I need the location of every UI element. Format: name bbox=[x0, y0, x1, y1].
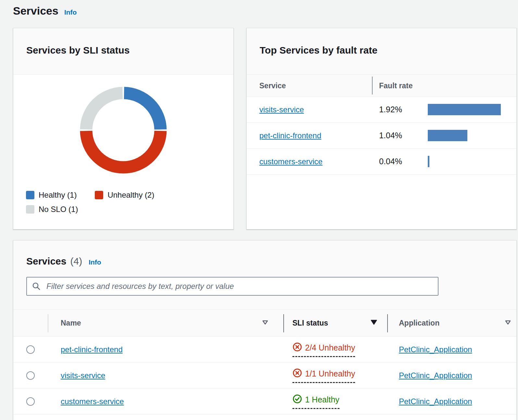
fault-rate-bar bbox=[428, 104, 501, 115]
sort-desc-outline-icon[interactable] bbox=[505, 320, 511, 327]
sli-status-badge[interactable]: 1 Healthy bbox=[292, 394, 339, 409]
fault-card-header: Top Services by fault rate bbox=[247, 28, 516, 75]
fault-service-link[interactable]: visits-service bbox=[259, 105, 304, 114]
sli-status-text: 1/1 Unhealthy bbox=[305, 369, 355, 378]
error-circle-icon bbox=[292, 368, 302, 380]
filter-box bbox=[26, 277, 438, 296]
page-title: Services bbox=[13, 5, 58, 17]
service-name-link[interactable]: pet-clinic-frontend bbox=[61, 345, 123, 354]
service-name-link[interactable]: customers-service bbox=[61, 397, 124, 406]
donut-segment-unhealthy bbox=[86, 131, 161, 167]
service-table-row: pet-clinic-frontend 2/4 Unhealthy PetCli… bbox=[13, 337, 516, 363]
fault-rate-card: Top Services by fault rate Service Fault… bbox=[246, 28, 517, 229]
service-name-link[interactable]: visits-service bbox=[61, 371, 105, 380]
service-table-row: customers-service 1 Healthy PetClinic_Ap… bbox=[13, 389, 516, 414]
fault-col-service: Service bbox=[259, 81, 286, 90]
services-table-card: Services (4) Info Name bbox=[13, 240, 517, 420]
fault-rate-bar bbox=[428, 156, 429, 167]
services-table-body: pet-clinic-frontend 2/4 Unhealthy PetCli… bbox=[13, 337, 516, 414]
legend-swatch bbox=[26, 205, 34, 214]
sli-donut-chart bbox=[78, 85, 169, 176]
row-select-radio[interactable] bbox=[26, 371, 35, 380]
legend-item[interactable]: Healthy (1) bbox=[26, 191, 77, 200]
application-link[interactable]: PetClinic_Application bbox=[399, 371, 472, 380]
page-header: Services Info bbox=[0, 0, 518, 17]
legend-label: Unhealthy (2) bbox=[107, 191, 154, 200]
fault-table-body: visits-service 1.92% pet-clinic-frontend… bbox=[247, 97, 516, 175]
column-header-name[interactable]: Name bbox=[48, 310, 283, 336]
sli-status-card: Services by SLI status Healthy (1) Unhea… bbox=[13, 28, 234, 229]
fault-rate-value: 1.92% bbox=[379, 105, 428, 114]
fault-rate-value: 1.04% bbox=[379, 131, 428, 140]
check-circle-icon bbox=[292, 394, 302, 406]
fault-service-link[interactable]: pet-clinic-frontend bbox=[259, 131, 321, 140]
column-header-application[interactable]: Application bbox=[387, 310, 516, 336]
donut-chart-svg bbox=[78, 85, 169, 176]
page-info-link[interactable]: Info bbox=[64, 8, 77, 16]
legend-item[interactable]: No SLO (1) bbox=[26, 205, 78, 214]
row-select-radio[interactable] bbox=[26, 397, 35, 406]
services-table: Name SLI status Application bbox=[13, 309, 516, 414]
services-card-title: Services bbox=[26, 255, 66, 267]
fault-rate-value: 0.04% bbox=[379, 157, 428, 166]
services-card-title-row: Services (4) Info bbox=[26, 255, 503, 267]
sli-status-text: 1 Healthy bbox=[305, 395, 339, 404]
sli-status-text: 2/4 Unhealthy bbox=[305, 343, 355, 352]
fault-table-row: visits-service 1.92% bbox=[247, 97, 516, 123]
legend-swatch bbox=[95, 191, 103, 199]
sli-card-header: Services by SLI status bbox=[13, 28, 233, 75]
filter-services-input[interactable] bbox=[26, 277, 438, 296]
fault-rate-bar bbox=[428, 130, 467, 141]
fault-table-header: Service Fault rate bbox=[247, 75, 516, 97]
sort-desc-outline-icon[interactable] bbox=[262, 320, 268, 327]
fault-table-row: pet-clinic-frontend 1.04% bbox=[247, 123, 516, 149]
fault-service-link[interactable]: customers-service bbox=[259, 157, 323, 166]
fault-table-row: customers-service 0.04% bbox=[247, 149, 516, 175]
service-table-row: visits-service 1/1 Unhealthy PetClinic_A… bbox=[13, 363, 516, 389]
sli-legend: Healthy (1) Unhealthy (2) No SLO (1) bbox=[26, 191, 201, 214]
sli-card-title: Services by SLI status bbox=[26, 44, 220, 56]
sli-status-badge[interactable]: 1/1 Unhealthy bbox=[292, 368, 355, 383]
error-circle-icon bbox=[292, 342, 302, 354]
donut-segment-healthy bbox=[124, 93, 160, 130]
donut-segment-no-slo bbox=[86, 93, 123, 130]
services-table-head: Name SLI status Application bbox=[13, 309, 516, 337]
top-cards-row: Services by SLI status Healthy (1) Unhea… bbox=[13, 28, 517, 229]
fault-card-title: Top Services by fault rate bbox=[260, 44, 503, 56]
services-count: (4) bbox=[70, 256, 82, 267]
legend-swatch bbox=[26, 191, 34, 199]
services-card-header: Services (4) Info bbox=[13, 241, 516, 309]
sort-desc-filled-icon[interactable] bbox=[370, 319, 377, 327]
fault-header-divider bbox=[372, 77, 373, 94]
select-all-column-header bbox=[13, 310, 48, 336]
fault-col-rate: Fault rate bbox=[379, 81, 413, 90]
column-header-sli-status[interactable]: SLI status bbox=[283, 310, 387, 336]
application-link[interactable]: PetClinic_Application bbox=[399, 345, 472, 354]
legend-label: Healthy (1) bbox=[39, 191, 77, 200]
legend-item[interactable]: Unhealthy (2) bbox=[95, 191, 154, 200]
row-select-radio[interactable] bbox=[26, 345, 35, 354]
application-link[interactable]: PetClinic_Application bbox=[399, 397, 472, 406]
services-info-link[interactable]: Info bbox=[89, 258, 101, 266]
sli-status-badge[interactable]: 2/4 Unhealthy bbox=[292, 342, 355, 357]
legend-label: No SLO (1) bbox=[39, 205, 78, 214]
